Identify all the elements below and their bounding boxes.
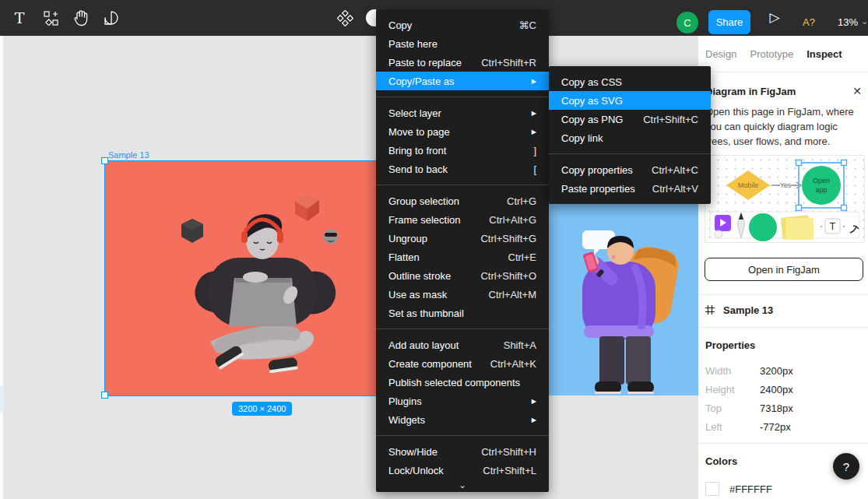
color-hex-value[interactable]: #FFFFFF: [729, 483, 772, 495]
menu-item-paste-here[interactable]: Paste here: [376, 34, 549, 53]
menu-item-set-as-thumbnail[interactable]: Set as thumbnail: [376, 304, 549, 322]
main-component-button[interactable]: [333, 0, 357, 36]
svg-text:Mobile: Mobile: [738, 181, 759, 189]
colors-section-title: Colors: [705, 455, 737, 467]
menu-item-label: Set as thumbnail: [388, 307, 464, 319]
property-value[interactable]: 3200px: [760, 365, 793, 377]
submenu-arrow-icon: ▶: [532, 78, 536, 85]
menu-scroll-chevron[interactable]: ⌄: [376, 480, 549, 490]
svg-text:Yes: Yes: [780, 181, 792, 189]
menu-item-add-auto-layout[interactable]: Add auto layout Shift+A: [376, 336, 549, 354]
menu-item-label: Copy as SVG: [561, 95, 623, 107]
menu-item-copy-paste-as[interactable]: Copy/Paste as ▶: [376, 72, 549, 90]
context-menu: Copy ⌘C Paste here Paste to replace Ctrl…: [376, 9, 549, 492]
menu-item-shortcut: [: [533, 163, 536, 175]
accessibility-badge[interactable]: A?: [803, 16, 815, 28]
text-tool-icon: T: [15, 9, 25, 26]
submenu-item-copy-link[interactable]: Copy link: [549, 128, 711, 147]
menu-item-label: Select layer: [388, 107, 441, 119]
present-play-icon[interactable]: ▷: [767, 10, 782, 26]
menu-item-shortcut: Ctrl+G: [507, 195, 536, 207]
divider: [698, 294, 868, 295]
menu-item-outline-stroke[interactable]: Outline stroke Ctrl+Shift+O: [376, 266, 549, 285]
submenu-item-copy-as-png[interactable]: Copy as PNG Ctrl+Shift+C: [549, 110, 711, 128]
property-label: Top: [705, 402, 760, 414]
menu-item-show-hide[interactable]: Show/Hide Ctrl+Shift+H: [376, 442, 549, 461]
menu-separator: [376, 329, 549, 329]
menu-separator: [376, 184, 549, 185]
user-avatar[interactable]: C: [676, 12, 698, 33]
menu-item-label: Frame selection: [388, 214, 460, 226]
hand-tool-button[interactable]: [65, 0, 97, 36]
menu-separator: [549, 153, 711, 154]
left-panel-peek: [0, 386, 4, 412]
comment-tool-button[interactable]: [96, 0, 127, 36]
resources-tool-button[interactable]: [35, 0, 66, 36]
menu-item-lock-unlock[interactable]: Lock/Unlock Ctrl+Shift+L: [376, 461, 549, 480]
menu-item-label: Copy: [388, 19, 412, 31]
zoom-level-control[interactable]: 13% ⌄: [838, 16, 868, 28]
menu-item-use-as-mask[interactable]: Use as mask Ctrl+Alt+M: [376, 285, 549, 304]
property-value[interactable]: -772px: [760, 421, 791, 433]
close-icon[interactable]: ✕: [850, 84, 864, 98]
selection-handle-top-left[interactable]: [101, 157, 108, 164]
property-value[interactable]: 2400px: [760, 384, 793, 395]
menu-item-publish-selected-components[interactable]: Publish selected components: [376, 373, 549, 392]
menu-item-group-selection[interactable]: Group selection Ctrl+G: [376, 192, 549, 210]
menu-item-send-to-back[interactable]: Send to back [: [376, 160, 549, 178]
chevron-down-icon: ⌄: [861, 16, 868, 26]
menu-item-bring-to-front[interactable]: Bring to front ]: [376, 141, 549, 160]
selected-layer-row[interactable]: Sample 13: [705, 301, 773, 318]
comment-bubble-icon: [104, 10, 119, 26]
left-panel-edge: [0, 36, 3, 499]
selection-handle-bottom-left[interactable]: [101, 392, 108, 399]
submenu-item-paste-properties[interactable]: Paste properties Ctrl+Alt+V: [549, 179, 711, 198]
menu-item-paste-to-replace[interactable]: Paste to replace Ctrl+Shift+R: [376, 53, 549, 72]
question-mark-icon: ?: [843, 460, 849, 473]
share-button[interactable]: Share: [708, 10, 750, 34]
submenu-item-copy-as-css[interactable]: Copy as CSS: [549, 72, 711, 91]
properties-section-title: Properties: [705, 339, 755, 351]
menu-item-plugins[interactable]: Plugins ▶: [376, 392, 549, 410]
text-tool-button[interactable]: T: [4, 0, 35, 36]
tab-design[interactable]: Design: [705, 48, 736, 60]
menu-item-label: Copy/Paste as: [388, 76, 455, 87]
svg-text:T: T: [830, 221, 836, 232]
submenu-item-copy-properties[interactable]: Copy properties Ctrl+Alt+C: [549, 160, 711, 179]
menu-item-copy[interactable]: Copy ⌘C: [376, 16, 549, 34]
tab-prototype[interactable]: Prototype: [750, 48, 793, 60]
menu-item-shortcut: Ctrl+Alt+M: [489, 289, 536, 300]
figjam-preview-image: Mobile Yes Open app: [705, 155, 865, 243]
menu-item-label: Plugins: [388, 395, 422, 407]
tab-inspect[interactable]: Inspect: [807, 48, 842, 60]
submenu-arrow-icon: ▶: [532, 110, 536, 117]
menu-item-label: Copy link: [561, 132, 603, 144]
menu-item-widgets[interactable]: Widgets ▶: [376, 410, 549, 429]
canvas-frame-sample-13[interactable]: [105, 161, 421, 395]
menu-item-shortcut: Ctrl+Shift+R: [481, 57, 536, 69]
menu-item-label: Ungroup: [388, 233, 427, 244]
menu-item-ungroup[interactable]: Ungroup Ctrl+Shift+G: [376, 229, 549, 248]
menu-item-label: Bring to front: [388, 145, 446, 156]
menu-item-flatten[interactable]: Flatten Ctrl+E: [376, 248, 549, 266]
shapes-plus-icon: [44, 11, 58, 26]
frame-label-sample-13[interactable]: Sample 13: [108, 150, 149, 160]
selected-layer-name: Sample 13: [723, 304, 773, 316]
property-row-width: Width 3200px: [705, 361, 793, 380]
open-in-figjam-button[interactable]: Open in FigJam: [705, 258, 863, 281]
submenu-item-copy-as-svg[interactable]: Copy as SVG: [549, 91, 711, 110]
diamond-cluster-icon: [337, 10, 353, 26]
figjam-panel-title: Diagram in FigJam: [705, 86, 796, 97]
menu-item-label: Move to page: [388, 126, 450, 138]
menu-item-label: Paste properties: [561, 183, 635, 195]
menu-item-create-component[interactable]: Create component Ctrl+Alt+K: [376, 354, 549, 373]
property-value[interactable]: 7318px: [760, 402, 793, 414]
menu-item-shortcut: ]: [533, 145, 536, 156]
menu-item-label: Paste here: [388, 38, 438, 50]
color-swatch-white[interactable]: [705, 482, 719, 496]
menu-item-move-to-page[interactable]: Move to page ▶: [376, 122, 549, 141]
divider: [698, 327, 868, 328]
menu-item-frame-selection[interactable]: Frame selection Ctrl+Alt+G: [376, 210, 549, 229]
menu-item-select-layer[interactable]: Select layer ▶: [376, 104, 549, 122]
help-button[interactable]: ?: [833, 453, 859, 480]
